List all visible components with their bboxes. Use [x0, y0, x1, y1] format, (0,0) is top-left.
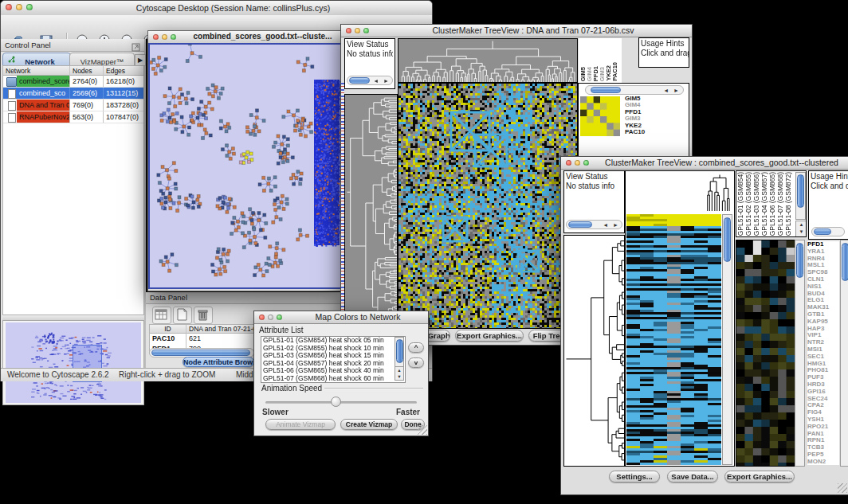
- slower-label: Slower: [262, 408, 289, 416]
- network-table-row[interactable]: RNAPuberNov2+ 563(0) 107847(0): [3, 111, 143, 123]
- zoom-window-icon[interactable]: [583, 160, 589, 166]
- column-dendrogram-canvas[interactable]: [705, 173, 732, 211]
- zoom-heatmap-canvas[interactable]: [736, 240, 795, 467]
- data-col-id[interactable]: ID: [150, 325, 186, 334]
- move-down-button[interactable]: v: [408, 357, 424, 368]
- save-data-button[interactable]: Save Data...: [667, 471, 718, 483]
- column-labels: GPL51-01 (GSM854)GPL51-02 (GSM855)GPL51-…: [736, 171, 794, 236]
- column-dendrogram-canvas[interactable]: [398, 38, 578, 83]
- settings-button[interactable]: Settings...: [609, 471, 660, 483]
- move-up-button[interactable]: ^: [408, 342, 424, 353]
- close-icon[interactable]: [6, 4, 12, 10]
- zoom-hscrollbar[interactable]: ◄ ►: [585, 85, 684, 95]
- scroll-arrows-icon[interactable]: ▲▼: [395, 366, 404, 381]
- doc-icon: [8, 89, 16, 99]
- network-tree-list: combined_scores 2764(0) 16218(0) combine…: [2, 76, 144, 315]
- delete-attribute-trash-icon[interactable]: [194, 307, 213, 324]
- zoom-heatmap-matrix-canvas[interactable]: [580, 96, 620, 136]
- control-panel-title: Control Panel: [5, 41, 51, 49]
- heatmap-vscrollbar[interactable]: [722, 214, 732, 465]
- row-dendrogram-canvas[interactable]: [563, 235, 625, 467]
- scroll-arrows-icon[interactable]: ▲▼: [795, 221, 807, 237]
- column-label[interactable]: GPL51-04 (GSM857): [761, 172, 768, 236]
- view-status-box: View Status No status info for ◄ ►: [344, 38, 395, 89]
- gene-label[interactable]: MON2: [807, 459, 839, 465]
- minimize-icon[interactable]: [16, 4, 22, 10]
- column-label[interactable]: GPL51-01 (GSM854): [737, 172, 744, 236]
- network-table-row[interactable]: combined_sco 2569(6) 13112(15): [3, 88, 143, 100]
- usage-hints-text: Click and drag to: [641, 49, 689, 57]
- view-status-title: View Status: [566, 172, 608, 181]
- global-heatmap-canvas[interactable]: [398, 83, 578, 329]
- zoom-column-labels: GIM5GIM4PFD1GIM3YKE2PAC10: [579, 38, 622, 83]
- treeview-dna-title: ClusterMaker TreeView : DNA and Tran 07-…: [381, 25, 685, 35]
- network-table-row[interactable]: combined_scores 2764(0) 16218(0): [3, 76, 143, 88]
- network-view-title-bar[interactable]: combined_scores_good.txt--cluste...: [148, 31, 344, 44]
- status-hint-zoom: Right-click + drag to ZOOM: [119, 370, 215, 379]
- network-graph-canvas[interactable]: [150, 45, 340, 287]
- network-overview-panel: [2, 320, 144, 405]
- close-icon[interactable]: [259, 315, 265, 320]
- column-label[interactable]: GPL51-06 (GSM865): [769, 172, 776, 236]
- view-status-hscrollbar[interactable]: ◄ ►: [566, 220, 622, 229]
- treeview-window-combined: ClusterMaker TreeView : combined_scores_…: [560, 156, 848, 495]
- network-overview-canvas[interactable]: [6, 322, 141, 403]
- gene-list-vscrollbar[interactable]: [840, 240, 848, 467]
- close-icon[interactable]: [346, 28, 351, 33]
- close-icon[interactable]: [153, 34, 159, 40]
- speed-slider-track[interactable]: [265, 401, 417, 404]
- treeview-dna-title-bar[interactable]: ClusterMaker TreeView : DNA and Tran 07-…: [341, 25, 692, 37]
- view-status-hscrollbar[interactable]: ◄ ►: [347, 76, 393, 85]
- column-label[interactable]: GPL51-07 (GSM868): [777, 172, 784, 236]
- gene-list: PFD1YRA1RNR4MSL1SPC98CLN1NIS1BUD4ELG1MAK…: [807, 241, 839, 465]
- attribute-list-item[interactable]: GPL51-07 (GSM868) heat shock 60 min: [261, 375, 405, 383]
- gene-label[interactable]: PAC10: [625, 129, 645, 135]
- column-labels-vscrollbar[interactable]: [795, 172, 806, 220]
- treeview-combined-title-bar[interactable]: ClusterMaker TreeView : combined_scores_…: [561, 157, 848, 170]
- dialog-title: Map Colors to Network: [294, 312, 422, 322]
- faster-label: Faster: [396, 408, 420, 416]
- main-title-bar[interactable]: Cytoscape Desktop (Session Name: collins…: [1, 1, 432, 16]
- network-table-row[interactable]: DNA and Tran 07 769(0) 183728(0): [3, 100, 143, 111]
- close-icon[interactable]: [566, 160, 571, 166]
- view-status-title: View Status: [347, 40, 389, 49]
- treeview-combined-title: ClusterMaker TreeView : combined_scores_…: [601, 158, 842, 167]
- zoom-column-label[interactable]: PAC10: [612, 62, 618, 81]
- animate-vizmap-button: Animate Vizmap: [265, 419, 336, 430]
- global-heatmap-canvas[interactable]: [626, 214, 721, 465]
- column-label[interactable]: GPL51-03 (GSM856): [753, 172, 760, 236]
- heatmap-panel: [625, 170, 735, 467]
- float-panel-icon[interactable]: [132, 41, 140, 49]
- doc-icon: [8, 101, 16, 111]
- column-label[interactable]: GPL51-02 (GSM855): [745, 172, 752, 236]
- desktop: Cytoscape Desktop (Session Name: collins…: [0, 0, 848, 504]
- export-graphics-button[interactable]: Export Graphics...: [455, 330, 524, 342]
- view-status-text: No status info for: [347, 49, 393, 58]
- usage-hints-hscrollbar[interactable]: [811, 227, 845, 236]
- new-attribute-icon[interactable]: [173, 307, 192, 324]
- zoom-window-icon[interactable]: [26, 4, 33, 10]
- tab-overflow-icon[interactable]: ▶: [135, 54, 146, 66]
- network-view-window: combined_scores_good.txt--cluste...: [147, 30, 344, 291]
- row-dendrogram-canvas[interactable]: [344, 94, 398, 329]
- speed-slider-thumb[interactable]: [331, 397, 341, 407]
- dialog-title-bar[interactable]: Map Colors to Network: [254, 311, 428, 324]
- minimize-icon[interactable]: [355, 28, 360, 33]
- doc-icon: [8, 113, 16, 123]
- column-label[interactable]: GPL51-08 (GSM872): [785, 172, 792, 236]
- network-view-title: combined_scores_good.txt--cluste...: [188, 32, 337, 41]
- resize-grip[interactable]: [418, 425, 427, 435]
- zoom-window-icon[interactable]: [277, 315, 282, 320]
- minimize-icon[interactable]: [162, 34, 167, 40]
- minimize-disabled-icon: [268, 315, 273, 320]
- table-mode-icon[interactable]: [152, 307, 171, 324]
- create-vizmap-button[interactable]: Create Vizmap: [340, 419, 398, 430]
- zoom-window-icon[interactable]: [363, 28, 369, 33]
- zoom-window-icon[interactable]: [171, 34, 176, 40]
- export-graphics-button[interactable]: Export Graphics...: [724, 471, 795, 483]
- resize-grip[interactable]: [838, 483, 847, 493]
- minimize-icon[interactable]: [575, 160, 580, 166]
- node-attribute-browser-button[interactable]: Node Attribute Brows: [183, 357, 254, 367]
- usage-hints-text: Click and drag to: [811, 182, 848, 190]
- zoom-heatmap-vscrollbar[interactable]: [795, 240, 805, 467]
